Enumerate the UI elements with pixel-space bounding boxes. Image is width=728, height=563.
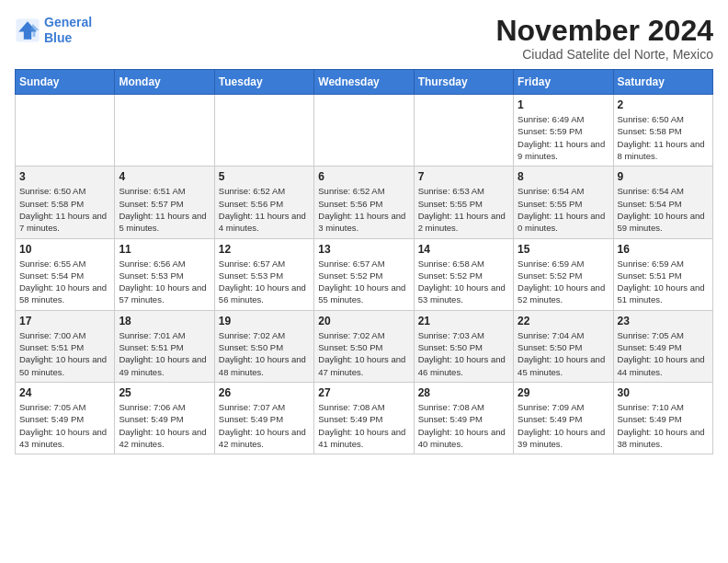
day-number: 1 — [518, 98, 609, 111]
weekday-header-thursday: Thursday — [414, 70, 513, 95]
day-info: Sunrise: 7:06 AM Sunset: 5:49 PM Dayligh… — [119, 401, 210, 450]
calendar-cell: 12Sunrise: 6:57 AM Sunset: 5:53 PM Dayli… — [214, 238, 313, 310]
day-info: Sunrise: 7:02 AM Sunset: 5:50 PM Dayligh… — [318, 329, 409, 378]
calendar-week-5: 24Sunrise: 7:05 AM Sunset: 5:49 PM Dayli… — [16, 382, 713, 454]
subtitle: Ciudad Satelite del Norte, Mexico — [495, 47, 713, 62]
day-number: 24 — [19, 386, 110, 399]
day-info: Sunrise: 7:02 AM Sunset: 5:50 PM Dayligh… — [219, 329, 310, 378]
calendar-cell: 21Sunrise: 7:03 AM Sunset: 5:50 PM Dayli… — [414, 310, 513, 382]
calendar-cell: 27Sunrise: 7:08 AM Sunset: 5:49 PM Dayli… — [314, 382, 414, 454]
weekday-header-monday: Monday — [115, 70, 214, 95]
day-number: 26 — [219, 386, 310, 399]
day-info: Sunrise: 7:09 AM Sunset: 5:49 PM Dayligh… — [518, 401, 609, 450]
month-title: November 2024 — [495, 15, 713, 47]
day-number: 30 — [618, 386, 709, 399]
day-number: 12 — [219, 243, 310, 256]
calendar-cell: 1Sunrise: 6:49 AM Sunset: 5:59 PM Daylig… — [514, 95, 613, 167]
calendar-cell — [16, 95, 115, 167]
calendar-cell: 26Sunrise: 7:07 AM Sunset: 5:49 PM Dayli… — [214, 382, 313, 454]
calendar-cell: 11Sunrise: 6:56 AM Sunset: 5:53 PM Dayli… — [115, 238, 214, 310]
day-number: 19 — [219, 315, 310, 327]
day-number: 20 — [318, 315, 409, 327]
day-info: Sunrise: 7:08 AM Sunset: 5:49 PM Dayligh… — [418, 401, 509, 450]
calendar-cell: 2Sunrise: 6:50 AM Sunset: 5:58 PM Daylig… — [613, 95, 712, 167]
calendar-week-2: 3Sunrise: 6:50 AM Sunset: 5:58 PM Daylig… — [16, 167, 713, 238]
calendar-cell: 15Sunrise: 6:59 AM Sunset: 5:52 PM Dayli… — [514, 238, 613, 310]
day-info: Sunrise: 6:57 AM Sunset: 5:53 PM Dayligh… — [219, 258, 310, 306]
day-info: Sunrise: 6:50 AM Sunset: 5:58 PM Dayligh… — [618, 113, 709, 162]
calendar-table: SundayMondayTuesdayWednesdayThursdayFrid… — [15, 69, 713, 454]
day-number: 25 — [119, 386, 210, 399]
day-info: Sunrise: 7:08 AM Sunset: 5:49 PM Dayligh… — [318, 401, 409, 450]
logo-icon — [15, 17, 40, 43]
day-number: 13 — [318, 243, 409, 256]
weekday-header-sunday: Sunday — [16, 70, 115, 95]
calendar-cell: 10Sunrise: 6:55 AM Sunset: 5:54 PM Dayli… — [16, 238, 115, 310]
day-info: Sunrise: 6:56 AM Sunset: 5:53 PM Dayligh… — [119, 258, 210, 306]
calendar-cell: 3Sunrise: 6:50 AM Sunset: 5:58 PM Daylig… — [16, 167, 115, 238]
calendar-cell: 29Sunrise: 7:09 AM Sunset: 5:49 PM Dayli… — [514, 382, 613, 454]
calendar-cell: 13Sunrise: 6:57 AM Sunset: 5:52 PM Dayli… — [314, 238, 414, 310]
title-area: November 2024 Ciudad Satelite del Norte,… — [495, 15, 713, 62]
day-info: Sunrise: 6:59 AM Sunset: 5:52 PM Dayligh… — [518, 258, 609, 306]
calendar-body: 1Sunrise: 6:49 AM Sunset: 5:59 PM Daylig… — [16, 95, 713, 454]
day-info: Sunrise: 7:03 AM Sunset: 5:50 PM Dayligh… — [418, 329, 509, 378]
day-number: 6 — [318, 170, 409, 183]
day-info: Sunrise: 7:00 AM Sunset: 5:51 PM Dayligh… — [19, 329, 110, 378]
day-info: Sunrise: 7:04 AM Sunset: 5:50 PM Dayligh… — [518, 329, 609, 378]
day-info: Sunrise: 6:54 AM Sunset: 5:54 PM Dayligh… — [618, 185, 709, 234]
day-info: Sunrise: 6:50 AM Sunset: 5:58 PM Dayligh… — [19, 185, 110, 234]
day-number: 27 — [318, 386, 409, 399]
day-number: 10 — [19, 243, 110, 256]
weekday-header-wednesday: Wednesday — [314, 70, 414, 95]
day-number: 3 — [19, 170, 110, 183]
calendar-cell: 30Sunrise: 7:10 AM Sunset: 5:49 PM Dayli… — [613, 382, 712, 454]
day-number: 16 — [618, 243, 709, 256]
day-info: Sunrise: 6:53 AM Sunset: 5:55 PM Dayligh… — [418, 185, 509, 234]
day-number: 14 — [418, 243, 509, 256]
calendar-cell: 8Sunrise: 6:54 AM Sunset: 5:55 PM Daylig… — [514, 167, 613, 238]
calendar-cell: 16Sunrise: 6:59 AM Sunset: 5:51 PM Dayli… — [613, 238, 712, 310]
day-info: Sunrise: 7:05 AM Sunset: 5:49 PM Dayligh… — [19, 401, 110, 450]
day-info: Sunrise: 6:59 AM Sunset: 5:51 PM Dayligh… — [618, 258, 709, 306]
calendar-cell — [214, 95, 313, 167]
day-info: Sunrise: 7:10 AM Sunset: 5:49 PM Dayligh… — [618, 401, 709, 450]
calendar-cell: 19Sunrise: 7:02 AM Sunset: 5:50 PM Dayli… — [214, 310, 313, 382]
calendar-cell: 6Sunrise: 6:52 AM Sunset: 5:56 PM Daylig… — [314, 167, 414, 238]
calendar-cell: 9Sunrise: 6:54 AM Sunset: 5:54 PM Daylig… — [613, 167, 712, 238]
day-info: Sunrise: 7:05 AM Sunset: 5:49 PM Dayligh… — [618, 329, 709, 378]
day-info: Sunrise: 6:57 AM Sunset: 5:52 PM Dayligh… — [318, 258, 409, 306]
day-number: 17 — [19, 315, 110, 327]
calendar-week-4: 17Sunrise: 7:00 AM Sunset: 5:51 PM Dayli… — [16, 310, 713, 382]
calendar-cell: 20Sunrise: 7:02 AM Sunset: 5:50 PM Dayli… — [314, 310, 414, 382]
calendar-header: SundayMondayTuesdayWednesdayThursdayFrid… — [16, 70, 713, 95]
day-number: 28 — [418, 386, 509, 399]
day-info: Sunrise: 6:51 AM Sunset: 5:57 PM Dayligh… — [119, 185, 210, 234]
day-number: 2 — [618, 98, 709, 111]
day-info: Sunrise: 6:49 AM Sunset: 5:59 PM Dayligh… — [518, 113, 609, 162]
day-info: Sunrise: 7:01 AM Sunset: 5:51 PM Dayligh… — [119, 329, 210, 378]
day-info: Sunrise: 6:55 AM Sunset: 5:54 PM Dayligh… — [19, 258, 110, 306]
day-info: Sunrise: 7:07 AM Sunset: 5:49 PM Dayligh… — [219, 401, 310, 450]
calendar-cell: 28Sunrise: 7:08 AM Sunset: 5:49 PM Dayli… — [414, 382, 513, 454]
day-number: 11 — [119, 243, 210, 256]
day-number: 7 — [418, 170, 509, 183]
day-number: 21 — [418, 315, 509, 327]
header-row: SundayMondayTuesdayWednesdayThursdayFrid… — [16, 70, 713, 95]
day-number: 8 — [518, 170, 609, 183]
calendar-cell: 25Sunrise: 7:06 AM Sunset: 5:49 PM Dayli… — [115, 382, 214, 454]
weekday-header-saturday: Saturday — [613, 70, 712, 95]
calendar-cell: 23Sunrise: 7:05 AM Sunset: 5:49 PM Dayli… — [613, 310, 712, 382]
calendar-cell — [115, 95, 214, 167]
logo-text: General Blue — [44, 15, 92, 46]
calendar-cell: 5Sunrise: 6:52 AM Sunset: 5:56 PM Daylig… — [214, 167, 313, 238]
day-number: 4 — [119, 170, 210, 183]
header: General Blue November 2024 Ciudad Sateli… — [15, 15, 713, 62]
calendar-cell: 7Sunrise: 6:53 AM Sunset: 5:55 PM Daylig… — [414, 167, 513, 238]
calendar-cell: 18Sunrise: 7:01 AM Sunset: 5:51 PM Dayli… — [115, 310, 214, 382]
day-number: 29 — [518, 386, 609, 399]
calendar-cell: 24Sunrise: 7:05 AM Sunset: 5:49 PM Dayli… — [16, 382, 115, 454]
day-info: Sunrise: 6:54 AM Sunset: 5:55 PM Dayligh… — [518, 185, 609, 234]
day-info: Sunrise: 6:58 AM Sunset: 5:52 PM Dayligh… — [418, 258, 509, 306]
day-number: 15 — [518, 243, 609, 256]
